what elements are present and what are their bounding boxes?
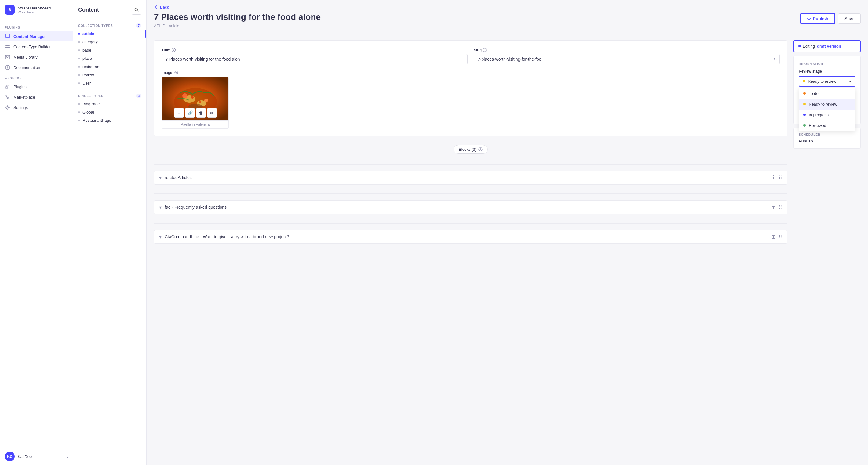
component-drag-icon[interactable]: ⠿ xyxy=(778,234,782,240)
collection-item-restaurantpage[interactable]: RestaurantPage xyxy=(73,116,146,125)
chevron-down-icon[interactable]: ▾ xyxy=(159,204,161,210)
todo-dot-icon xyxy=(803,92,806,95)
gear-icon xyxy=(5,105,10,110)
sidebar-item-settings[interactable]: Settings xyxy=(0,102,73,112)
back-label: Back xyxy=(160,5,169,9)
svg-rect-31 xyxy=(480,149,481,150)
svg-rect-32 xyxy=(480,148,481,149)
sidebar-item-label-settings: Settings xyxy=(13,105,28,110)
component-delete-icon[interactable]: 🗑 xyxy=(771,175,776,180)
svg-rect-19 xyxy=(485,49,485,49)
sidebar-item-marketplace[interactable]: Marketplace xyxy=(0,92,73,102)
svg-rect-4 xyxy=(5,55,10,59)
scheduler-publish-label: Publish xyxy=(799,139,856,143)
slug-refresh-icon[interactable]: ↻ xyxy=(771,54,779,64)
title-input[interactable] xyxy=(161,54,468,64)
content-search-button[interactable] xyxy=(132,5,142,14)
sidebar: S Strapi Dashboard Workplace PLUGINS Con… xyxy=(0,0,73,465)
collection-item-restaurant[interactable]: restaurant xyxy=(73,63,146,71)
sidebar-item-content-manager[interactable]: Content Manager xyxy=(0,31,73,41)
content-panel-header: Content xyxy=(73,0,146,20)
image-link-button[interactable]: 🔗 xyxy=(185,108,195,118)
sidebar-item-documentation[interactable]: Documentation xyxy=(0,62,73,73)
collection-item-article[interactable]: article xyxy=(73,30,146,38)
collection-types-label: COLLECTION TYPES xyxy=(78,24,113,28)
review-option-todo[interactable]: To do xyxy=(799,88,855,99)
content-panel: Content COLLECTION TYPES 7 article categ… xyxy=(73,0,147,465)
review-stage-dropdown: Ready to review ▾ To do Ready to review xyxy=(799,76,856,87)
bullet-icon xyxy=(78,111,80,113)
bullet-icon xyxy=(78,33,80,35)
publish-button[interactable]: Publish xyxy=(800,13,835,24)
app-title: Strapi Dashboard xyxy=(18,6,51,10)
single-types-count: 3 xyxy=(136,94,142,98)
collection-item-global[interactable]: Global xyxy=(73,108,146,116)
sidebar-item-media-library[interactable]: Media Library xyxy=(0,52,73,62)
draft-dot xyxy=(798,45,801,47)
chevron-down-icon[interactable]: ▾ xyxy=(159,234,161,240)
content-panel-title: Content xyxy=(78,7,99,13)
sidebar-item-label-content-type-builder: Content-Type Builder xyxy=(13,44,51,49)
image-label: Image xyxy=(161,70,780,75)
component-actions: 🗑 ⠿ xyxy=(771,175,782,180)
bullet-icon xyxy=(78,58,80,60)
bullet-icon xyxy=(78,82,80,84)
review-option-ready[interactable]: Ready to review xyxy=(799,99,855,109)
svg-rect-3 xyxy=(5,47,10,48)
sidebar-item-label-documentation: Documentation xyxy=(13,65,40,70)
image-delete-button[interactable]: 🗑 xyxy=(196,108,206,118)
sidebar-item-content-type-builder[interactable]: Content-Type Builder xyxy=(0,41,73,52)
svg-rect-1 xyxy=(6,38,8,38)
review-option-reviewed[interactable]: Reviewed xyxy=(799,120,855,131)
sidebar-item-plugins[interactable]: Plugins xyxy=(0,81,73,92)
puzzle-icon xyxy=(5,84,10,90)
svg-point-10 xyxy=(8,98,9,99)
review-option-in-progress[interactable]: In progress xyxy=(799,109,855,120)
slug-input[interactable] xyxy=(474,54,771,64)
blocks-button[interactable]: Blocks (3) xyxy=(454,145,488,154)
svg-rect-2 xyxy=(5,45,10,46)
bullet-icon xyxy=(78,103,80,105)
image-add-button[interactable]: + xyxy=(174,108,184,118)
chevron-down-icon[interactable]: ▾ xyxy=(159,175,161,180)
collection-types-count: 7 xyxy=(136,24,142,28)
info-icon xyxy=(5,65,10,70)
bullet-icon xyxy=(78,66,80,68)
collection-item-review[interactable]: review xyxy=(73,71,146,79)
editing-badge: Editing draft version xyxy=(794,40,861,52)
image-caption: Paella in Valencia xyxy=(162,120,228,128)
avatar: KD xyxy=(5,452,15,461)
collection-item-place[interactable]: place xyxy=(73,54,146,63)
food-image: + 🔗 🗑 ✏ xyxy=(162,77,229,120)
component-cta: ▾ CtaCommandLine - Want to give it a try… xyxy=(154,230,787,244)
component-related-articles: ▾ relatedArticles 🗑 ⠿ xyxy=(154,171,787,185)
svg-rect-7 xyxy=(7,67,8,69)
right-panel: Editing draft version INFORMATION Review… xyxy=(794,40,861,458)
topbar: Back xyxy=(147,0,868,12)
collapse-sidebar-icon[interactable]: ‹ xyxy=(67,454,68,459)
collection-item-category[interactable]: category xyxy=(73,38,146,46)
component-delete-icon[interactable]: 🗑 xyxy=(771,204,776,210)
scheduler-label: SCHEDULER xyxy=(799,133,856,136)
component-drag-icon[interactable]: ⠿ xyxy=(778,204,782,210)
collection-item-blogpage[interactable]: BlogPage xyxy=(73,100,146,108)
save-button[interactable]: Save xyxy=(838,13,861,24)
svg-rect-0 xyxy=(5,34,10,37)
sidebar-nav: PLUGINS Content Manager Content-Type Bui… xyxy=(0,20,73,447)
svg-point-9 xyxy=(7,98,8,99)
slug-label: Slug xyxy=(474,48,780,52)
collection-item-user[interactable]: User xyxy=(73,79,146,87)
collection-item-page[interactable]: page xyxy=(73,46,146,54)
sidebar-header: S Strapi Dashboard Workplace xyxy=(0,0,73,20)
image-edit-button[interactable]: ✏ xyxy=(207,108,217,118)
component-label: CtaCommandLine - Want to give it a try w… xyxy=(165,234,771,239)
sidebar-item-label-content-manager: Content Manager xyxy=(13,34,46,39)
svg-line-13 xyxy=(137,11,138,11)
review-dropdown-button[interactable]: Ready to review ▾ xyxy=(799,76,856,87)
app-subtitle: Workplace xyxy=(18,10,51,14)
back-button[interactable]: Back xyxy=(154,5,861,9)
svg-rect-18 xyxy=(485,50,485,51)
component-drag-icon[interactable]: ⠿ xyxy=(778,175,782,180)
component-delete-icon[interactable]: 🗑 xyxy=(771,234,776,240)
component-actions: 🗑 ⠿ xyxy=(771,204,782,210)
